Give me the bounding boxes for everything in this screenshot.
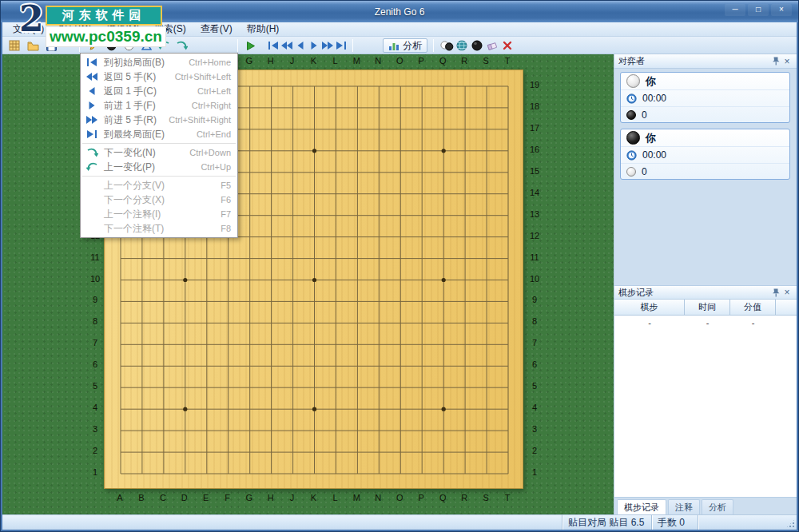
menu-item-shortcut: Ctrl+Home — [189, 58, 231, 67]
menu-item[interactable]: 下一个注释(T)F8 — [81, 221, 237, 236]
close-panel-icon[interactable]: × — [781, 56, 793, 67]
black-stone-icon[interactable] — [470, 38, 484, 53]
board-coordinate: 2 — [527, 446, 543, 455]
resize-grip-icon[interactable] — [785, 518, 796, 529]
menu-item[interactable]: 下一个分支(X)F6 — [81, 193, 237, 207]
menu-item-label: 下一变化(N) — [104, 146, 181, 160]
board-coordinate: G — [241, 56, 257, 66]
board-coordinate: 19 — [527, 80, 543, 89]
tab-analysis[interactable]: 分析 — [702, 499, 733, 514]
analyze-button[interactable]: 分析 — [383, 38, 427, 53]
prev-variation-icon — [85, 161, 98, 173]
player-captures: 0 — [642, 109, 647, 121]
board-coordinate: S — [478, 493, 494, 502]
board-coordinate: 17 — [527, 123, 543, 133]
player-time: 00:00 — [642, 149, 666, 161]
board-coordinate: 10 — [87, 274, 103, 284]
watermark-site-name: 河东软件园 — [46, 6, 162, 26]
players-panel-title: 对弈者 — [618, 55, 770, 67]
column-header[interactable]: 时间 — [685, 300, 730, 316]
menu-item-shortcut: Ctrl+Shift+Left — [175, 72, 231, 81]
forward-5-icon[interactable] — [320, 38, 334, 53]
player-captures-row: 0 — [621, 163, 789, 180]
white-stone-icon — [626, 74, 640, 88]
move-cell: - — [614, 318, 685, 328]
menubar-item[interactable]: 查看(V) — [193, 22, 240, 37]
forward-1-icon — [85, 100, 98, 112]
board-coordinate: 8 — [527, 316, 543, 326]
menu-item[interactable]: 下一变化(N)Ctrl+Down — [81, 145, 237, 160]
redo-icon[interactable] — [173, 38, 189, 53]
play-icon[interactable] — [242, 38, 258, 53]
column-header[interactable]: 分值 — [730, 300, 776, 316]
board-coordinate: 5 — [87, 381, 103, 391]
menu-item-icon — [85, 208, 98, 220]
delete-icon[interactable] — [500, 38, 515, 53]
board-coordinate: G — [241, 493, 257, 502]
menu-item-shortcut: Ctrl+Left — [197, 86, 231, 96]
stones-icon[interactable] — [439, 38, 454, 53]
player-time-row: 00:00 — [621, 146, 789, 163]
clock-icon — [626, 150, 637, 161]
tab-comments[interactable]: 注释 — [668, 499, 700, 514]
menu-item[interactable]: 返回 1 手(C)Ctrl+Left — [81, 84, 237, 98]
board-coordinate: Q — [435, 56, 451, 66]
menu-item[interactable]: 前进 5 手(R)Ctrl+Shift+Right — [81, 113, 237, 127]
player-card[interactable]: 你00:000 — [620, 72, 790, 123]
toolbar-separator — [352, 39, 353, 52]
go-last-icon[interactable] — [334, 38, 348, 53]
pin-icon[interactable] — [770, 56, 781, 67]
toolbar-separator — [237, 39, 238, 52]
close-button[interactable]: × — [771, 4, 792, 16]
board-coordinate: 11 — [87, 252, 103, 262]
board-coordinate: L — [327, 493, 343, 502]
menu-item[interactable]: 返回 5 手(K)Ctrl+Shift+Left — [81, 69, 237, 84]
board-coordinate: 2 — [87, 446, 103, 455]
go-first-icon — [85, 57, 98, 69]
menu-item[interactable]: 到最终局面(E)Ctrl+End — [81, 127, 237, 141]
column-header[interactable]: 棋步 — [614, 300, 685, 316]
move-row[interactable]: --- — [614, 316, 797, 330]
board-coordinate: 4 — [87, 403, 103, 412]
board-coordinate: 9 — [87, 295, 103, 304]
open-file-icon[interactable] — [25, 38, 41, 53]
menu-item-label: 上一个注释(I) — [104, 208, 213, 221]
board-coordinate: P — [413, 493, 429, 502]
board-coordinate: R — [456, 493, 472, 502]
pin-icon[interactable] — [770, 287, 781, 298]
board-coordinate: H — [263, 493, 279, 502]
player-card[interactable]: 你00:000 — [620, 129, 790, 180]
menu-item[interactable]: 上一个注释(I)F7 — [81, 207, 237, 221]
menubar-item[interactable]: 帮助(H) — [240, 22, 287, 37]
menu-separator — [82, 176, 236, 177]
menu-item[interactable]: 上一变化(P)Ctrl+Up — [81, 160, 237, 174]
menu-item-icon — [85, 180, 98, 192]
board-coordinate: 12 — [527, 231, 543, 240]
tab-move-record[interactable]: 棋步记录 — [617, 499, 666, 514]
player-header-row: 你 — [621, 73, 789, 89]
minimize-button[interactable]: ─ — [725, 4, 745, 16]
menu-item-label: 到初始局面(B) — [104, 56, 181, 69]
board-coordinate: 9 — [527, 295, 543, 304]
eraser-icon[interactable] — [485, 38, 499, 53]
close-panel-icon[interactable]: × — [781, 287, 793, 298]
black-stone-icon — [626, 110, 636, 120]
forward-1-icon[interactable] — [307, 38, 320, 53]
menu-item-label: 上一变化(P) — [104, 161, 193, 174]
moves-panel-header: 棋步记录 × — [614, 285, 797, 300]
maximize-button[interactable]: □ — [748, 4, 769, 16]
new-board-icon[interactable] — [6, 38, 22, 53]
go-first-icon[interactable] — [266, 38, 280, 53]
menu-item[interactable]: 上一个分支(V)F5 — [81, 178, 237, 193]
menu-item[interactable]: 前进 1 手(F)Ctrl+Right — [81, 98, 237, 113]
menu-item[interactable]: 到初始局面(B)Ctrl+Home — [81, 55, 237, 69]
back-5-icon[interactable] — [280, 38, 293, 53]
board-coordinate: L — [327, 56, 343, 66]
back-1-icon[interactable] — [293, 38, 307, 53]
board-coordinate: M — [348, 56, 364, 66]
forward-5-icon — [85, 114, 98, 126]
board-coordinate: M — [348, 493, 364, 502]
territory-icon[interactable] — [455, 38, 469, 53]
move-cell: - — [730, 318, 776, 328]
board-coordinate: S — [478, 56, 494, 66]
